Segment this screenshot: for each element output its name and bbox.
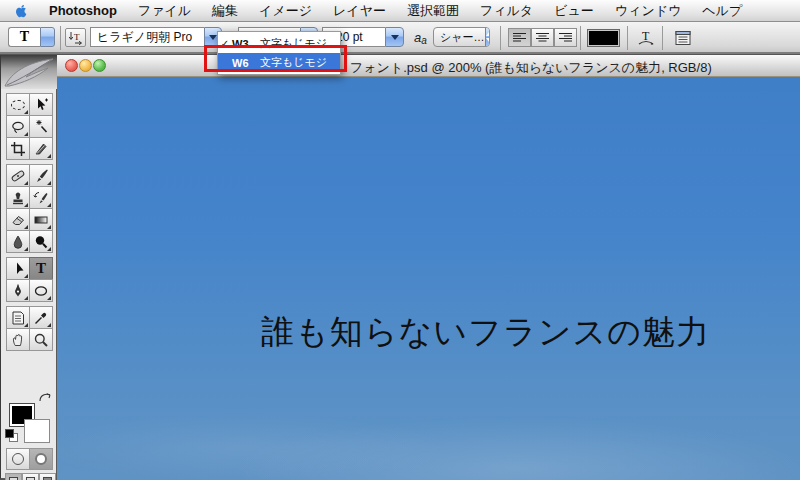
style-option-w6[interactable]: W6 文字もじモジ [218, 53, 340, 72]
path-selection-tool-button[interactable] [6, 257, 30, 280]
brush-tool-button[interactable] [29, 164, 53, 187]
anti-alias-value: シャー… [434, 30, 485, 45]
image-canvas[interactable]: 誰も知らないフランスの魅力 [57, 77, 800, 480]
magic-wand-tool-button[interactable] [29, 115, 53, 138]
fullscreen-mode-button[interactable] [39, 473, 56, 480]
menu-file[interactable]: ファイル [138, 2, 191, 20]
shape-tool-button[interactable] [29, 279, 53, 302]
menu-filter[interactable]: フィルタ [480, 2, 533, 20]
dodge-tool-button[interactable] [29, 230, 53, 253]
warp-text-icon: T [636, 29, 656, 47]
text-orientation-icon: T [68, 31, 84, 45]
document-title-bar[interactable]: フォント.psd @ 200% (誰も知らないフランスの魅力, RGB/8) [57, 55, 800, 77]
zoom-tool-button[interactable] [29, 328, 53, 351]
font-family-value: ヒラギノ明朝 Pro [97, 29, 192, 46]
fullscreen-with-menubar-button[interactable] [22, 473, 39, 480]
apple-menu-icon[interactable] [14, 3, 29, 19]
divider [60, 26, 61, 50]
chevron-down-icon [209, 35, 217, 40]
black-arrow-icon [10, 261, 26, 277]
marquee-icon [11, 100, 25, 110]
background-color-swatch[interactable] [24, 419, 50, 443]
menu-bar: Photoshop ファイル 編集 イメージ レイヤー 選択範囲 フィルタ ビュ… [0, 0, 800, 22]
type-tool-button[interactable]: T [29, 257, 53, 280]
style-option-w3[interactable]: ✓ W3 文字もじモジ [218, 34, 340, 53]
minimize-button[interactable] [79, 59, 92, 72]
align-right-button[interactable] [554, 28, 577, 47]
warp-text-button[interactable]: T [633, 27, 659, 48]
type-tool-icon: T [8, 27, 40, 47]
font-family-field[interactable]: ヒラギノ明朝 Pro [90, 27, 204, 47]
crop-tool-button[interactable] [6, 137, 30, 160]
stepper-arrows-icon [485, 27, 490, 47]
align-left-icon [512, 32, 527, 43]
font-size-dropdown-button[interactable] [385, 27, 404, 47]
eraser-tool-button[interactable] [6, 208, 30, 231]
checkmark-icon: ✓ [218, 38, 232, 49]
history-brush-icon [33, 190, 49, 206]
gradient-tool-button[interactable] [29, 208, 53, 231]
default-colors-button[interactable] [5, 429, 19, 443]
eyedropper-icon [33, 310, 49, 326]
canvas-text-layer[interactable]: 誰も知らないフランスの魅力 [261, 310, 710, 355]
magic-wand-icon [33, 119, 49, 135]
move-tool-button[interactable] [29, 93, 53, 116]
crop-icon [10, 141, 26, 157]
anti-alias-icon: aa [414, 30, 427, 46]
standard-screen-mode-button[interactable] [5, 473, 22, 480]
menu-select[interactable]: 選択範囲 [407, 2, 459, 20]
menu-help[interactable]: ヘルプ [702, 2, 742, 20]
eyedropper-tool-button[interactable] [29, 306, 53, 329]
type-tool-options-bar: T T ヒラギノ明朝 Pro W3 20 pt aa シャー… [0, 22, 800, 54]
menu-edit[interactable]: 編集 [212, 2, 238, 20]
standard-mode-button[interactable] [6, 448, 30, 470]
menu-photoshop[interactable]: Photoshop [49, 3, 117, 18]
history-brush-tool-button[interactable] [29, 186, 53, 209]
anti-alias-popup[interactable]: シャー… [433, 27, 490, 47]
close-button[interactable] [65, 59, 78, 72]
font-style-dropdown-menu: ✓ W3 文字もじモジ W6 文字もじモジ [217, 31, 341, 75]
quick-mask-icon [35, 453, 47, 465]
healing-brush-tool-button[interactable] [6, 164, 30, 187]
dodge-icon [33, 234, 49, 250]
clone-stamp-tool-button[interactable] [6, 186, 30, 209]
blur-tool-button[interactable] [6, 230, 30, 253]
align-left-button[interactable] [508, 28, 531, 47]
photoshop-feather-logo [1, 55, 57, 89]
tool-preset-picker[interactable]: T [8, 27, 55, 47]
default-foreground-icon [5, 429, 14, 438]
menu-image[interactable]: イメージ [259, 2, 312, 20]
zoom-window-button[interactable] [93, 59, 106, 72]
text-color-swatch[interactable] [587, 29, 620, 47]
document-title: フォント.psd @ 200% (誰も知らないフランスの魅力, RGB/8) [350, 59, 712, 77]
bandage-icon [10, 168, 26, 184]
slice-knife-icon [33, 141, 49, 157]
menu-window[interactable]: ウィンドウ [615, 2, 682, 20]
move-icon [33, 97, 49, 113]
menu-view[interactable]: ビュー [554, 2, 594, 20]
swap-colors-button[interactable] [38, 391, 53, 403]
gradient-icon [33, 212, 49, 228]
lasso-tool-button[interactable] [6, 115, 30, 138]
water-drop-icon [10, 234, 26, 250]
toggle-palettes-button[interactable] [669, 27, 697, 48]
hand-tool-button[interactable] [6, 328, 30, 351]
text-orientation-button[interactable]: T [65, 28, 86, 47]
menu-layer[interactable]: レイヤー [333, 2, 386, 20]
pen-nib-icon [10, 283, 26, 299]
tool-preset-arrow-button[interactable] [40, 27, 55, 47]
notes-tool-button[interactable] [6, 306, 30, 329]
elliptical-marquee-tool-button[interactable] [6, 93, 30, 116]
magnifier-icon [33, 332, 49, 348]
slice-tool-button[interactable] [29, 137, 53, 160]
type-tool-icon: T [36, 260, 46, 277]
lasso-icon [10, 119, 26, 135]
ellipse-shape-icon [33, 283, 49, 299]
pen-tool-button[interactable] [6, 279, 30, 302]
document-window: フォント.psd @ 200% (誰も知らないフランスの魅力, RGB/8) 誰… [57, 55, 800, 480]
divider [627, 26, 628, 50]
align-center-button[interactable] [531, 28, 554, 47]
quick-mask-mode-button[interactable] [29, 448, 53, 470]
divider [580, 26, 581, 50]
align-center-icon [535, 32, 550, 43]
